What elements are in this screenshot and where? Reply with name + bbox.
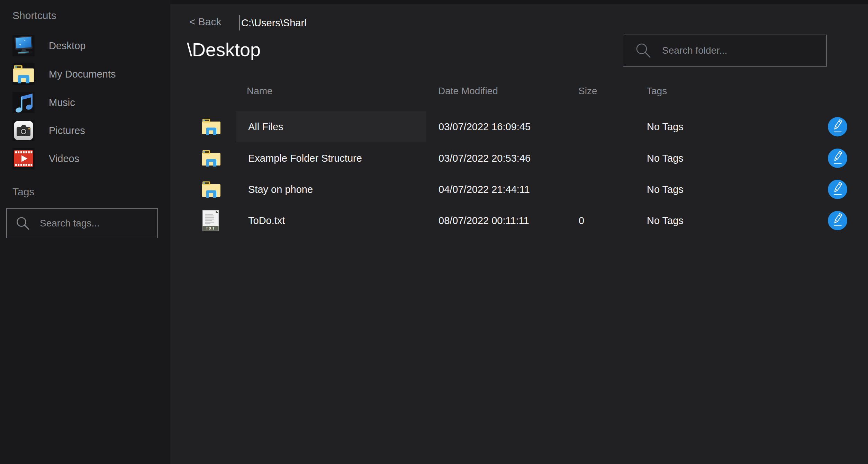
header-tags[interactable]: Tags [647,86,667,96]
file-date-modified: 04/07/2022 21:44:11 [438,174,530,205]
file-size: 0 [579,205,584,236]
txt-file-icon: TXT [202,210,219,231]
folder-icon [201,181,221,198]
back-button[interactable]: < Back [189,16,221,28]
file-date-modified: 08/07/2022 00:11:11 [438,205,529,236]
table-row[interactable]: Stay on phone 04/07/2022 21:44:11 No Tag… [0,174,868,205]
file-name[interactable]: All Files [248,111,283,142]
file-tags: No Tags [647,205,684,236]
file-tags: No Tags [647,174,684,205]
folder-icon [201,118,221,135]
sidebar-item-my-documents[interactable]: My Documents [12,60,165,88]
header-size[interactable]: Size [578,86,597,96]
file-manager-window: Shortcuts Desktop My Documents Music Pic… [0,0,868,464]
edit-tags-button[interactable] [828,180,847,199]
table-row[interactable]: Example Folder Structure 03/07/2022 20:5… [0,143,868,174]
file-date-modified: 03/07/2022 20:53:46 [438,143,531,174]
edit-tags-button[interactable] [828,149,847,168]
file-tags: No Tags [647,143,684,174]
table-row[interactable]: TXT ToDo.txt 08/07/2022 00:11:11 0 No Ta… [0,205,868,236]
search-folder-placeholder: Search folder... [662,45,727,56]
table-row[interactable]: All Files 03/07/2022 16:09:45 No Tags [0,111,868,142]
folder-icon [201,150,221,167]
sidebar-item-desktop[interactable]: Desktop [12,32,165,60]
file-name[interactable]: Example Folder Structure [248,143,362,174]
file-tags: No Tags [647,111,684,142]
file-date-modified: 03/07/2022 16:09:45 [438,111,531,142]
path-value: C:\Users\Sharl [241,17,307,29]
edit-tags-button[interactable] [828,211,847,230]
edit-tags-button[interactable] [828,117,847,136]
folder-title: \Desktop [187,39,261,60]
search-icon [634,42,652,60]
music-icon [12,92,35,113]
documents-folder-icon [12,63,35,85]
path-input[interactable]: C:\Users\Sharl [239,15,307,31]
header-date-modified[interactable]: Date Modified [438,86,498,96]
desktop-icon [12,35,35,56]
header-name[interactable]: Name [247,86,273,96]
file-name[interactable]: ToDo.txt [248,205,285,236]
sidebar-item-label: My Documents [49,60,116,88]
file-name[interactable]: Stay on phone [248,174,313,205]
sidebar-item-label: Desktop [49,32,85,60]
svg-text:TXT: TXT [206,226,215,230]
shortcuts-heading: Shortcuts [12,10,56,21]
search-folder-input[interactable]: Search folder... [623,35,827,66]
text-caret [239,15,240,30]
